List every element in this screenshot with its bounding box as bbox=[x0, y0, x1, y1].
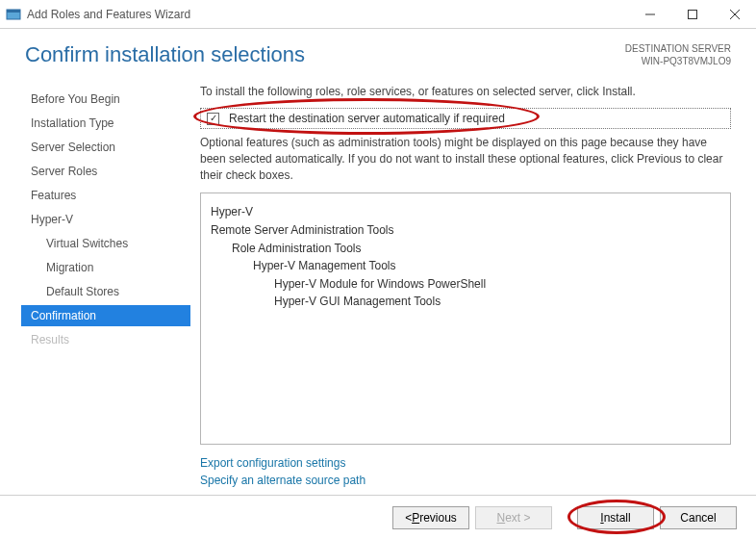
optional-features-text: Optional features (such as administratio… bbox=[200, 135, 731, 183]
step-features[interactable]: Features bbox=[25, 185, 190, 206]
restart-checkbox[interactable]: ✓ bbox=[207, 113, 219, 125]
restart-checkbox-label: Restart the destination server automatic… bbox=[229, 112, 505, 125]
feature-item: Remote Server Administration Tools bbox=[211, 221, 720, 240]
header-row: Confirm installation selections DESTINAT… bbox=[25, 42, 731, 67]
restart-checkbox-row[interactable]: ✓ Restart the destination server automat… bbox=[200, 108, 731, 129]
feature-item: Hyper-V Management Tools bbox=[211, 257, 720, 275]
app-icon bbox=[6, 7, 21, 22]
export-config-link[interactable]: Export configuration settings bbox=[200, 454, 731, 472]
alternate-source-link[interactable]: Specify an alternate source path bbox=[200, 472, 731, 489]
step-server-roles[interactable]: Server Roles bbox=[25, 161, 190, 182]
install-button[interactable]: Install bbox=[577, 506, 654, 529]
destination-name: WIN-PQ3T8VMJLO9 bbox=[625, 55, 731, 67]
close-button[interactable] bbox=[714, 0, 756, 29]
main-panel: To install the following roles, role ser… bbox=[190, 85, 731, 495]
step-migration[interactable]: Migration bbox=[25, 257, 190, 278]
previous-button[interactable]: < Previous bbox=[392, 506, 469, 529]
feature-item: Hyper-V bbox=[211, 203, 720, 221]
wizard-content: Confirm installation selections DESTINAT… bbox=[0, 29, 756, 539]
page-title: Confirm installation selections bbox=[25, 42, 305, 67]
titlebar: Add Roles and Features Wizard bbox=[0, 0, 756, 29]
step-hyper-v[interactable]: Hyper-V bbox=[25, 209, 190, 230]
svg-rect-1 bbox=[7, 10, 20, 13]
step-installation-type[interactable]: Installation Type bbox=[25, 113, 190, 134]
instruction-text: To install the following roles, role ser… bbox=[200, 85, 731, 98]
next-button: Next > bbox=[475, 506, 552, 529]
minimize-button[interactable] bbox=[629, 0, 671, 29]
step-results: Results bbox=[25, 329, 190, 350]
bottom-links: Export configuration settings Specify an… bbox=[200, 454, 731, 489]
feature-item: Hyper-V Module for Windows PowerShell bbox=[211, 275, 720, 294]
destination-label: DESTINATION SERVER bbox=[625, 42, 731, 55]
svg-rect-3 bbox=[689, 10, 697, 18]
feature-item: Role Administration Tools bbox=[211, 240, 720, 258]
window-title: Add Roles and Features Wizard bbox=[27, 8, 629, 21]
destination-server-info: DESTINATION SERVER WIN-PQ3T8VMJLO9 bbox=[625, 42, 731, 67]
step-default-stores[interactable]: Default Stores bbox=[25, 281, 190, 302]
selected-features-list: Hyper-V Remote Server Administration Too… bbox=[200, 192, 731, 445]
body-row: Before You Begin Installation Type Serve… bbox=[25, 85, 731, 495]
feature-item: Hyper-V GUI Management Tools bbox=[211, 293, 720, 311]
step-before-you-begin[interactable]: Before You Begin bbox=[25, 89, 190, 110]
window-controls bbox=[629, 0, 756, 29]
step-confirmation[interactable]: Confirmation bbox=[21, 305, 190, 326]
maximize-button[interactable] bbox=[671, 0, 714, 29]
wizard-steps-sidebar: Before You Begin Installation Type Serve… bbox=[25, 85, 190, 495]
step-virtual-switches[interactable]: Virtual Switches bbox=[25, 233, 190, 254]
cancel-button[interactable]: Cancel bbox=[660, 506, 737, 529]
wizard-button-bar: < Previous Next > Install Cancel bbox=[0, 495, 756, 539]
step-server-selection[interactable]: Server Selection bbox=[25, 137, 190, 158]
